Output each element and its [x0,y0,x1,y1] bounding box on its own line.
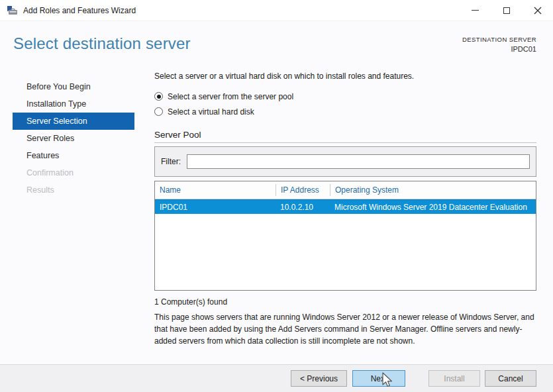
radio-select-from-pool[interactable]: Select a server from the server pool [154,89,536,104]
window-title: Add Roles and Features Wizard [23,6,460,15]
destination-server-value: IPDC01 [462,44,536,54]
server-pool-table: Name IP Address Operating System IPDC01 … [154,181,536,291]
maximize-button[interactable] [491,0,522,21]
destination-server-block: DESTINATION SERVER IPDC01 [462,36,536,68]
column-header-ip-address[interactable]: IP Address [276,184,330,196]
window-controls [460,0,553,21]
sidebar-item-server-roles[interactable]: Server Roles [13,130,134,147]
filter-panel: Filter: [154,146,536,177]
radio-selected-icon [154,92,163,101]
wizard-body: Before You Begin Installation Type Serve… [0,68,553,347]
computers-found-text: 1 Computer(s) found [154,297,536,307]
destination-server-label: DESTINATION SERVER [462,36,536,44]
maximize-icon [503,7,510,14]
cell-server-ip: 10.0.2.10 [276,203,330,212]
sidebar-item-server-selection[interactable]: Server Selection [13,113,134,130]
sidebar-item-installation-type[interactable]: Installation Type [13,95,134,113]
sidebar-item-results: Results [13,181,134,199]
table-header-row: Name IP Address Operating System [155,181,536,199]
radio-select-vhd[interactable]: Select a virtual hard disk [154,104,536,119]
server-source-radio-group: Select a server from the server pool Sel… [154,89,536,119]
filter-label: Filter: [161,157,181,166]
table-row-selected[interactable]: IPDC01 10.0.2.10 Microsoft Windows Serve… [155,199,536,214]
page-description-text: This page shows servers that are running… [154,311,536,347]
wizard-window: Add Roles and Features Wizard Select des… [0,0,553,392]
close-button[interactable] [522,0,553,21]
wizard-header: Select destination server DESTINATION SE… [0,21,553,68]
server-pool-heading: Server Pool [154,130,536,140]
next-button[interactable]: Next [352,370,405,387]
radio-unselected-icon [154,107,163,116]
column-header-name[interactable]: Name [155,184,276,196]
minimize-icon [472,10,479,11]
sidebar-item-features[interactable]: Features [13,147,134,164]
sidebar-item-confirmation: Confirmation [13,164,134,181]
minimize-button[interactable] [460,0,491,21]
server-pool-rule [154,142,536,143]
wizard-footer: < Previous Next Install Cancel [0,364,553,392]
titlebar: Add Roles and Features Wizard [0,0,553,21]
previous-button[interactable]: < Previous [291,370,347,387]
server-manager-icon [7,5,18,16]
column-header-operating-system[interactable]: Operating System [330,184,536,196]
radio-label: Select a virtual hard disk [168,107,254,117]
sidebar-item-before-you-begin[interactable]: Before You Begin [13,78,134,95]
cell-server-name: IPDC01 [155,203,276,212]
radio-label: Select a server from the server pool [168,92,293,101]
wizard-content: Select a server or a virtual hard disk o… [154,68,536,347]
intro-text: Select a server or a virtual hard disk o… [154,72,536,81]
cell-server-os: Microsoft Windows Server 2019 Datacenter… [330,203,536,212]
wizard-steps-sidebar: Before You Begin Installation Type Serve… [0,68,154,347]
filter-input[interactable] [187,154,530,169]
install-button: Install [428,370,480,387]
close-icon [534,7,542,15]
page-title: Select destination server [13,34,191,68]
cancel-button[interactable]: Cancel [485,370,536,387]
